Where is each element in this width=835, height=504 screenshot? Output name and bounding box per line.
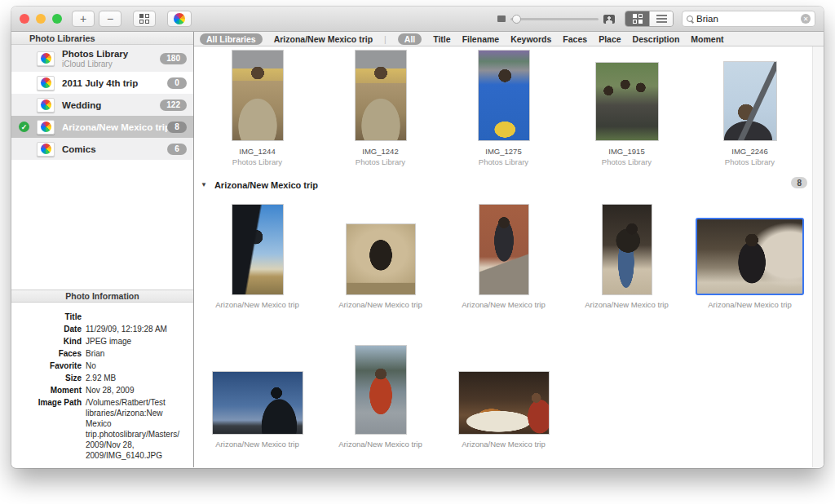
library-label: 2011 July 4th trip	[62, 78, 138, 88]
info-value: No	[86, 360, 180, 371]
library-icon	[37, 76, 55, 91]
info-label: Kind	[13, 336, 82, 347]
info-value: 11/29/09, 12:19:28 AM	[86, 324, 180, 334]
library-label: Arizona/New Mexico trip	[62, 122, 167, 132]
filter-field-description[interactable]: Description	[633, 34, 680, 44]
photo-caption: Arizona/New Mexico trip	[462, 300, 545, 309]
count-badge: 122	[160, 99, 187, 111]
photo-cell[interactable]: IMG_1242 Photos Library	[319, 46, 442, 166]
filter-all-libraries[interactable]: All Libraries	[200, 33, 263, 45]
info-value: Nov 28, 2009	[86, 385, 180, 396]
thumbnail-size-slider[interactable]	[510, 18, 599, 20]
search-icon	[687, 15, 693, 22]
trip-results-row-1: Arizona/New Mexico trip Arizona/New Mexi…	[196, 199, 812, 309]
slider-thumb[interactable]	[512, 15, 521, 24]
grid-view-segment[interactable]	[625, 11, 649, 26]
toolbar: + − ✕	[11, 7, 824, 32]
filter-field-moment[interactable]: Moment	[691, 34, 723, 44]
photo-thumbnail-selected[interactable]	[696, 218, 804, 295]
sidebar: Photo Libraries Photos Library iCloud Li…	[11, 32, 194, 467]
photo-name: IMG_1275	[485, 147, 521, 156]
trip-results-row-2: Arizona/New Mexico trip Arizona/New Mexi…	[196, 334, 812, 449]
minimize-button[interactable]	[36, 14, 46, 24]
view-mode-segmented-control	[625, 11, 674, 27]
disclosure-triangle-icon[interactable]: ▼	[201, 181, 207, 188]
zoom-button[interactable]	[52, 14, 62, 24]
photo-caption: Arizona/New Mexico trip	[585, 300, 668, 309]
add-library-button[interactable]: +	[72, 11, 95, 27]
clear-search-icon[interactable]: ✕	[801, 14, 811, 24]
section-count-badge: 8	[791, 177, 807, 188]
filter-field-filename[interactable]: Filename	[462, 34, 500, 44]
photo-thumbnail[interactable]	[723, 61, 777, 141]
info-label: Moment	[13, 385, 82, 396]
sidebar-item-arizona-new-mexico-trip[interactable]: ✓ Arizona/New Mexico trip 8	[11, 116, 193, 138]
photo-cell[interactable]: Arizona/New Mexico trip	[196, 334, 319, 449]
search-field[interactable]: ✕	[682, 11, 815, 27]
app-window: + − ✕	[11, 7, 824, 468]
thumbnail-size-control	[497, 15, 615, 24]
count-badge: 8	[167, 122, 187, 133]
photo-thumbnail[interactable]	[478, 50, 530, 141]
photo-caption: Arizona/New Mexico trip	[338, 300, 422, 309]
photo-library-label: Photos Library	[725, 157, 775, 166]
close-button[interactable]	[20, 14, 29, 24]
photo-cell[interactable]: IMG_1275 Photos Library	[442, 46, 565, 166]
photos-pinwheel-icon	[41, 77, 51, 88]
remove-library-button[interactable]: −	[99, 11, 121, 27]
photo-thumbnail[interactable]	[479, 204, 529, 295]
filter-field-title[interactable]: Title	[433, 34, 450, 44]
sidebar-item-photos-library[interactable]: Photos Library iCloud Library 180	[11, 45, 193, 72]
photo-cell[interactable]: Arizona/New Mexico trip	[196, 199, 319, 309]
photo-thumbnail[interactable]	[595, 62, 659, 141]
search-input[interactable]	[696, 14, 797, 24]
photo-library-label: Photos Library	[232, 157, 282, 166]
photo-thumbnail[interactable]	[602, 204, 652, 295]
filter-arizona-new-mexico-trip[interactable]: Arizona/New Mexico trip	[274, 34, 373, 44]
photo-thumbnail[interactable]	[212, 371, 303, 435]
photo-cell[interactable]: Arizona/New Mexico trip	[442, 334, 565, 449]
photo-cell[interactable]: Arizona/New Mexico trip	[565, 199, 688, 309]
photo-thumbnail[interactable]	[355, 345, 407, 435]
open-in-photos-button[interactable]	[167, 11, 192, 27]
list-view-segment[interactable]	[649, 11, 673, 26]
sidebar-item-comics[interactable]: Comics 6	[11, 138, 193, 160]
library-label: Wedding	[62, 100, 101, 110]
filter-field-place[interactable]: Place	[599, 34, 621, 44]
photo-thumbnail[interactable]	[355, 50, 407, 141]
merge-libraries-button[interactable]	[133, 11, 156, 27]
photo-thumbnail[interactable]	[458, 371, 550, 435]
photo-thumbnail[interactable]	[346, 223, 416, 295]
library-icon	[37, 142, 55, 157]
filter-field-keywords[interactable]: Keywords	[510, 34, 551, 44]
photo-library-label: Photos Library	[479, 157, 528, 166]
filter-divider: |	[384, 34, 387, 44]
info-value: JPEG image	[86, 336, 180, 347]
filter-field-all[interactable]: All	[398, 33, 422, 45]
photo-cell[interactable]: Arizona/New Mexico trip	[319, 334, 442, 449]
info-label: Size	[13, 373, 82, 383]
photo-cell[interactable]: IMG_1915 Photos Library	[565, 46, 688, 166]
photo-cell[interactable]: Arizona/New Mexico trip	[442, 199, 565, 309]
photo-library-label: Photos Library	[356, 157, 405, 166]
photo-name: IMG_1915	[608, 147, 644, 156]
scrollbar[interactable]	[812, 46, 824, 467]
info-value: 2.92 MB	[86, 373, 180, 383]
photo-name: IMG_1242	[362, 147, 398, 156]
sidebar-item-2011-july-4th-trip[interactable]: 2011 July 4th trip 0	[11, 72, 193, 94]
photos-pinwheel-icon	[41, 122, 51, 132]
photo-thumbnail[interactable]	[232, 204, 284, 295]
photo-thumbnail[interactable]	[232, 50, 284, 141]
photo-caption: Arizona/New Mexico trip	[338, 440, 422, 449]
photo-cell[interactable]: IMG_2246 Photos Library	[688, 46, 811, 166]
sidebar-item-wedding[interactable]: Wedding 122	[11, 94, 193, 116]
filter-field-faces[interactable]: Faces	[563, 34, 587, 44]
photo-name: IMG_2246	[731, 147, 767, 156]
photo-cell[interactable]: IMG_1244 Photos Library	[196, 46, 319, 166]
window-controls	[20, 14, 62, 24]
photo-caption: Arizona/New Mexico trip	[462, 440, 545, 449]
photo-cell[interactable]: Arizona/New Mexico trip	[319, 199, 442, 309]
library-icon	[37, 98, 55, 113]
info-value: /Volumes/Ratbert/Test libraries/Arizona:…	[86, 397, 180, 461]
photo-cell-selected[interactable]: Arizona/New Mexico trip	[688, 199, 811, 309]
